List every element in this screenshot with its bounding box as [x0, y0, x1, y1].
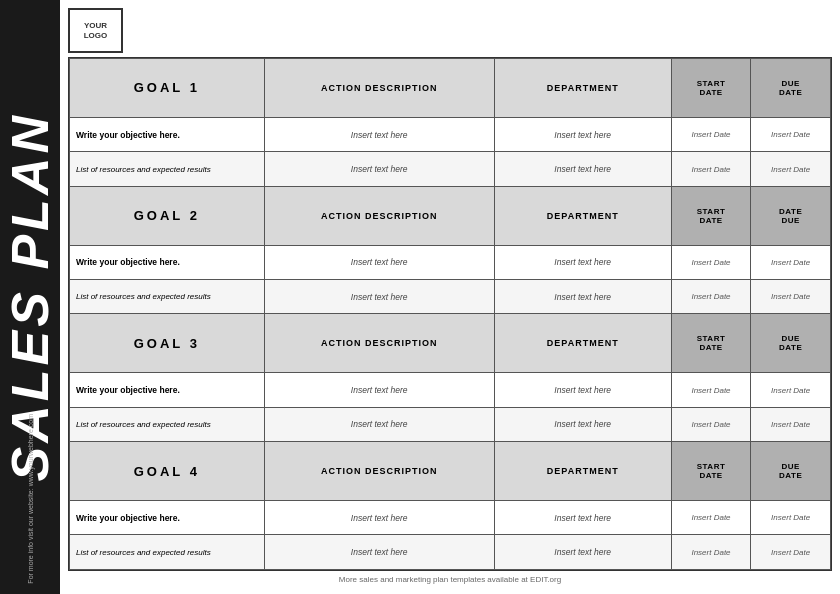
goal-2-obj-dept[interactable]: Insert text here	[494, 245, 671, 279]
goals-table: GOAL 1 ACTION DESCRIPTION DEPARTMENT STA…	[69, 58, 831, 570]
goal-1-start-header: START DATE	[671, 59, 751, 118]
goal-4-objective-row: Write your objective here. Insert text h…	[70, 501, 831, 535]
goal-1-obj-action[interactable]: Insert text here	[264, 117, 494, 151]
goal-2-res-dept[interactable]: Insert text here	[494, 280, 671, 314]
logo-box: YOUR LOGO	[68, 8, 123, 53]
goal-3-res-start[interactable]: Insert Date	[671, 407, 751, 441]
goal-3-due-header: DUE DATE	[751, 314, 831, 373]
goal-1-objective-row: Write your objective here. Insert text h…	[70, 117, 831, 151]
sidebar-website: For more info visit our website: www.you…	[27, 414, 34, 584]
goal-1-action-header: ACTION DESCRIPTION	[264, 59, 494, 118]
goal-4-resources-row: List of resources and expected results I…	[70, 535, 831, 570]
goal-2-objective-label[interactable]: Write your objective here.	[70, 245, 265, 279]
goal-2-res-due[interactable]: Insert Date	[751, 280, 831, 314]
goal-3-res-due[interactable]: Insert Date	[751, 407, 831, 441]
goal-2-objective-row: Write your objective here. Insert text h…	[70, 245, 831, 279]
goal-4-due-header: DUE DATE	[751, 442, 831, 501]
main-content: YOUR LOGO GOAL 1 ACTION DESCRIPTION DEPA…	[60, 0, 840, 594]
goal-4-action-header: ACTION DESCRIPTION	[264, 442, 494, 501]
goal-1-res-action[interactable]: Insert text here	[264, 152, 494, 186]
goal-4-label: GOAL 4	[70, 442, 265, 501]
goal-3-res-dept[interactable]: Insert text here	[494, 407, 671, 441]
goal-1-res-due[interactable]: Insert Date	[751, 152, 831, 186]
goal-1-objective-label[interactable]: Write your objective here.	[70, 117, 265, 151]
goal-3-resources-row: List of resources and expected results I…	[70, 407, 831, 441]
goal-2-res-action[interactable]: Insert text here	[264, 280, 494, 314]
goal-4-res-due[interactable]: Insert Date	[751, 535, 831, 570]
goal-4-resources-label[interactable]: List of resources and expected results	[70, 535, 265, 570]
goal-1-resources-row: List of resources and expected results I…	[70, 152, 831, 186]
goal-4-header-row: GOAL 4 ACTION DESCRIPTION DEPARTMENT STA…	[70, 442, 831, 501]
goal-3-label: GOAL 3	[70, 314, 265, 373]
goal-2-dept-header: DEPARTMENT	[494, 186, 671, 245]
goal-1-obj-due[interactable]: Insert Date	[751, 117, 831, 151]
goal-3-obj-action[interactable]: Insert text here	[264, 373, 494, 407]
goal-4-start-header: START DATE	[671, 442, 751, 501]
goal-2-start-header: START DATE	[671, 186, 751, 245]
logo-area: YOUR LOGO	[68, 8, 832, 53]
goal-3-objective-row: Write your objective here. Insert text h…	[70, 373, 831, 407]
goal-3-dept-header: DEPARTMENT	[494, 314, 671, 373]
goal-2-due-header: DATE DUE	[751, 186, 831, 245]
goal-4-dept-header: DEPARTMENT	[494, 442, 671, 501]
goal-1-obj-dept[interactable]: Insert text here	[494, 117, 671, 151]
goal-2-action-header: ACTION DESCRIPTION	[264, 186, 494, 245]
goal-3-action-header: ACTION DESCRIPTION	[264, 314, 494, 373]
goal-2-label: GOAL 2	[70, 186, 265, 245]
goal-3-resources-label[interactable]: List of resources and expected results	[70, 407, 265, 441]
goal-3-obj-due[interactable]: Insert Date	[751, 373, 831, 407]
goal-2-obj-start[interactable]: Insert Date	[671, 245, 751, 279]
footer-text: More sales and marketing plan templates …	[68, 571, 832, 586]
goal-2-resources-label[interactable]: List of resources and expected results	[70, 280, 265, 314]
logo-line2: LOGO	[84, 31, 108, 41]
goal-1-res-start[interactable]: Insert Date	[671, 152, 751, 186]
goal-2-header-row: GOAL 2 ACTION DESCRIPTION DEPARTMENT STA…	[70, 186, 831, 245]
goal-4-res-action[interactable]: Insert text here	[264, 535, 494, 570]
page: SALES PLAN For more info visit our websi…	[0, 0, 840, 594]
goal-1-resources-label[interactable]: List of resources and expected results	[70, 152, 265, 186]
goal-3-start-header: START DATE	[671, 314, 751, 373]
goal-1-due-header: DUE DATE	[751, 59, 831, 118]
goal-1-header-row: GOAL 1 ACTION DESCRIPTION DEPARTMENT STA…	[70, 59, 831, 118]
goal-4-objective-label[interactable]: Write your objective here.	[70, 501, 265, 535]
goal-3-header-row: GOAL 3 ACTION DESCRIPTION DEPARTMENT STA…	[70, 314, 831, 373]
goal-2-resources-row: List of resources and expected results I…	[70, 280, 831, 314]
goal-1-label: GOAL 1	[70, 59, 265, 118]
goal-4-obj-start[interactable]: Insert Date	[671, 501, 751, 535]
goal-2-obj-due[interactable]: Insert Date	[751, 245, 831, 279]
goal-1-dept-header: DEPARTMENT	[494, 59, 671, 118]
goal-3-obj-dept[interactable]: Insert text here	[494, 373, 671, 407]
sidebar: SALES PLAN For more info visit our websi…	[0, 0, 60, 594]
goal-1-res-dept[interactable]: Insert text here	[494, 152, 671, 186]
goal-3-res-action[interactable]: Insert text here	[264, 407, 494, 441]
goal-3-objective-label[interactable]: Write your objective here.	[70, 373, 265, 407]
plan-table: GOAL 1 ACTION DESCRIPTION DEPARTMENT STA…	[68, 57, 832, 571]
goal-1-obj-start[interactable]: Insert Date	[671, 117, 751, 151]
goal-2-obj-action[interactable]: Insert text here	[264, 245, 494, 279]
goal-4-res-dept[interactable]: Insert text here	[494, 535, 671, 570]
goal-4-obj-dept[interactable]: Insert text here	[494, 501, 671, 535]
goal-4-obj-action[interactable]: Insert text here	[264, 501, 494, 535]
goal-3-obj-start[interactable]: Insert Date	[671, 373, 751, 407]
goal-4-obj-due[interactable]: Insert Date	[751, 501, 831, 535]
goal-2-res-start[interactable]: Insert Date	[671, 280, 751, 314]
goal-4-res-start[interactable]: Insert Date	[671, 535, 751, 570]
logo-line1: YOUR	[84, 21, 107, 31]
